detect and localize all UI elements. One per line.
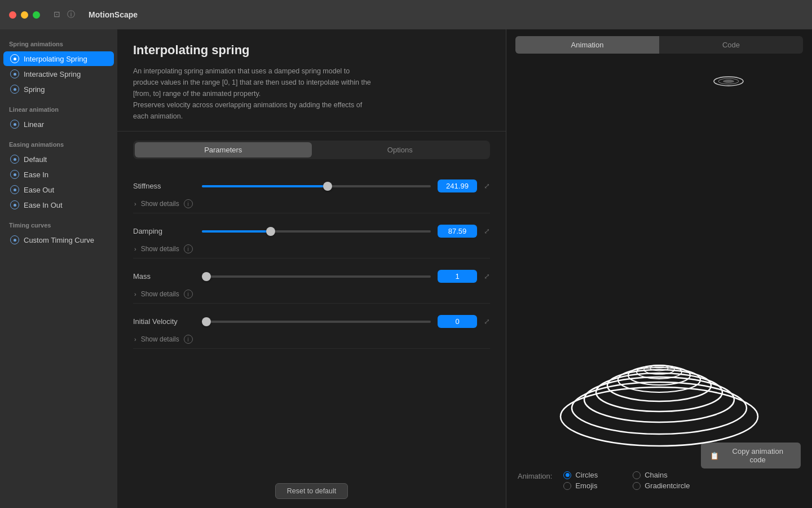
titlebar: ⊡ ⓘ MotionScape (0, 0, 812, 29)
stiffness-row: Stiffness 241.99 ⤢ (133, 173, 490, 197)
linear-icon (10, 120, 19, 129)
radio-item-gradientcircle[interactable]: Gradientcircle (633, 481, 690, 490)
ease-in-out-icon (10, 200, 19, 209)
damping-value[interactable]: 87.59 (438, 225, 477, 238)
interactive-spring-label: Interactive Spring (24, 70, 81, 78)
mass-edit-icon[interactable]: ⤢ (484, 272, 490, 281)
left-panel: Interpolating spring An interpolating sp… (117, 29, 506, 508)
right-panel-tabbar: Animation Code (506, 29, 812, 54)
initial-velocity-show-details[interactable]: › Show details i (133, 332, 490, 349)
sidebar: Spring animations Interpolating Spring I… (0, 29, 117, 508)
initial-velocity-value[interactable]: 0 (438, 315, 477, 328)
initial-velocity-slider[interactable] (202, 316, 431, 327)
sidebar-item-default[interactable]: Default (3, 152, 114, 167)
minimize-button[interactable] (21, 11, 28, 19)
damping-arrow-icon: › (134, 246, 136, 252)
panel-header: Interpolating spring An interpolating sp… (117, 29, 506, 132)
initial-velocity-edit-icon[interactable]: ⤢ (484, 317, 490, 326)
mass-info-icon[interactable]: i (184, 290, 193, 299)
mass-arrow-icon: › (134, 291, 136, 297)
sidebar-item-ease-in[interactable]: Ease In (3, 167, 114, 182)
sidebar-item-ease-out[interactable]: Ease Out (3, 182, 114, 197)
sidebar-item-ease-in-out[interactable]: Ease In Out (3, 198, 114, 212)
damping-info-icon[interactable]: i (184, 244, 193, 253)
ease-out-icon (10, 185, 19, 194)
stiffness-info-icon[interactable]: i (184, 199, 193, 208)
interpolating-spring-icon (10, 54, 19, 63)
stiffness-group: Stiffness 241.99 ⤢ › Show details (133, 173, 490, 213)
stiffness-edit-icon[interactable]: ⤢ (484, 182, 490, 190)
tab-animation[interactable]: Animation (515, 36, 659, 54)
default-icon (10, 155, 19, 164)
damping-edit-icon[interactable]: ⤢ (484, 227, 490, 235)
radio-item-chains[interactable]: Chains (633, 471, 690, 479)
close-button[interactable] (9, 11, 16, 19)
ease-in-label: Ease In (24, 170, 48, 179)
damping-thumb[interactable] (266, 227, 275, 236)
tab-code[interactable]: Code (659, 36, 803, 54)
damping-show-details[interactable]: › Show details i (133, 242, 490, 259)
damping-row: Damping 87.59 ⤢ (133, 218, 490, 242)
stiffness-slider[interactable] (202, 181, 431, 192)
reset-section: Reset to default (117, 476, 506, 508)
spring-icon (10, 85, 19, 94)
stiffness-label: Stiffness (133, 182, 195, 190)
radio-gradientcircle-indicator (633, 482, 641, 490)
damping-slider[interactable] (202, 226, 431, 237)
radio-emojis-label: Emojis (575, 481, 597, 490)
radio-item-emojis[interactable]: Emojis (563, 481, 619, 490)
damping-details-label: Show details (141, 245, 179, 253)
mass-details-label: Show details (141, 290, 179, 298)
mass-show-details[interactable]: › Show details i (133, 287, 490, 304)
mass-value[interactable]: 1 (438, 270, 477, 283)
initial-velocity-arrow-icon: › (134, 336, 136, 343)
sidebar-toggle-icon[interactable]: ⊡ (54, 10, 60, 20)
app-title: MotionScape (89, 10, 138, 19)
sidebar-item-spring[interactable]: Spring (3, 82, 114, 97)
stiffness-thumb[interactable] (323, 182, 332, 191)
sidebar-item-linear[interactable]: Linear (3, 117, 114, 132)
sidebar-item-interactive-spring[interactable]: Interactive Spring (3, 67, 114, 81)
damping-track (202, 230, 431, 233)
svg-point-4 (572, 382, 747, 434)
stiffness-show-details[interactable]: › Show details i (133, 197, 490, 213)
params-container: Stiffness 241.99 ⤢ › Show details (117, 168, 506, 476)
sidebar-item-custom-timing[interactable]: Custom Timing Curve (3, 233, 114, 247)
interpolating-spring-label: Interpolating Spring (24, 55, 87, 63)
linear-label: Linear (24, 120, 44, 129)
stiffness-arrow-icon: › (134, 200, 136, 207)
stiffness-track (202, 185, 431, 187)
radio-item-circles[interactable]: Circles (563, 471, 619, 479)
parameters-tab[interactable]: Parameters (135, 142, 312, 157)
animation-label: Animation: (518, 471, 552, 480)
initial-velocity-label: Initial Velocity (133, 317, 195, 326)
options-tab[interactable]: Options (312, 142, 489, 157)
stiffness-value[interactable]: 241.99 (438, 179, 477, 192)
radio-group: Circles Chains Emojis Gradientcircl (563, 471, 690, 490)
spring-label: Spring (24, 85, 45, 94)
right-panel: Animation Code (506, 29, 812, 508)
floating-disk (713, 76, 744, 89)
stiffness-details-label: Show details (141, 200, 179, 208)
initial-velocity-group: Initial Velocity 0 ⤢ › Show details (133, 308, 490, 349)
sidebar-section-timing: Timing curves (0, 220, 117, 232)
initial-velocity-info-icon[interactable]: i (184, 335, 193, 344)
initial-velocity-thumb[interactable] (202, 317, 211, 326)
content-area: Interpolating spring An interpolating sp… (117, 29, 812, 508)
mass-slider[interactable] (202, 271, 431, 282)
fullscreen-button[interactable] (33, 11, 40, 19)
ease-in-icon (10, 170, 19, 179)
mass-group: Mass 1 ⤢ › Show details i (133, 263, 490, 304)
spiral-animation (552, 321, 766, 450)
mass-thumb[interactable] (202, 272, 211, 281)
params-options-control: Parameters Options (133, 141, 490, 159)
damping-group: Damping 87.59 ⤢ › Show details (133, 218, 490, 259)
info-icon[interactable]: ⓘ (67, 10, 75, 20)
radio-circles-label: Circles (575, 471, 598, 479)
animation-preview (506, 54, 812, 462)
page-title: Interpolating spring (133, 43, 490, 58)
initial-velocity-row: Initial Velocity 0 ⤢ (133, 308, 490, 332)
reset-button[interactable]: Reset to default (275, 483, 348, 499)
sidebar-item-interpolating-spring[interactable]: Interpolating Spring (3, 51, 114, 66)
mass-label: Mass (133, 272, 195, 281)
